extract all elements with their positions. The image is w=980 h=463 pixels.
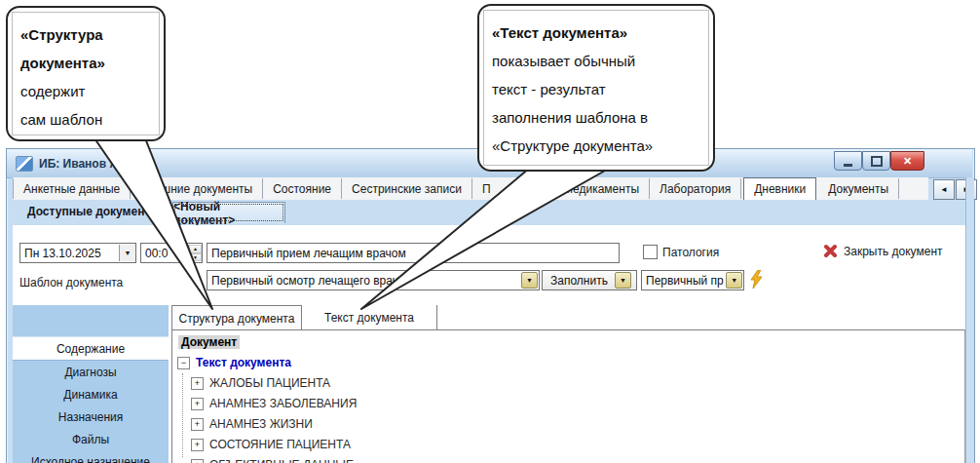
maximize-icon <box>871 156 883 167</box>
tab-anketnye-dannye[interactable]: Анкетные данные <box>13 178 131 199</box>
spin-up-icon[interactable]: ▲ <box>189 245 202 253</box>
expand-icon[interactable]: + <box>191 377 204 390</box>
tab-text-document[interactable]: Текст документа <box>302 305 437 329</box>
mode-combo[interactable]: Первичный пр ▼ <box>641 270 744 290</box>
tree-row[interactable]: + ЖАЛОБЫ ПАЦИЕНТА <box>191 376 964 390</box>
close-icon: ✕ <box>903 155 912 168</box>
minimize-icon <box>844 164 852 167</box>
tab-medikamenty[interactable]: Медикаменты <box>553 178 650 199</box>
template-dropdown-icon[interactable]: ▼ <box>521 272 538 289</box>
tree-row[interactable]: + ОБЪЕКТИВНЫЕ ДАННЫЕ <box>191 458 964 463</box>
sidebar-item-dinamika[interactable]: Динамика <box>13 383 169 405</box>
date-picker[interactable]: Пн 13.10.2025 ▼ <box>19 243 136 263</box>
tree-row[interactable]: + СОСТОЯНИЕ ПАЦИЕНТА <box>191 438 964 451</box>
subtab-available-documents[interactable]: Доступные документы <box>27 205 161 218</box>
fill-dropdown-icon[interactable]: ▼ <box>615 272 631 289</box>
doc-title-input[interactable]: Первичный прием лечащим врачом <box>207 243 620 263</box>
time-spinner[interactable]: 00:0 ▲ ▼ <box>140 243 203 263</box>
expand-icon[interactable]: + <box>191 439 204 451</box>
fill-button[interactable]: Заполнить ▼ <box>542 270 637 290</box>
pathology-checkbox-group: Патология <box>643 245 719 259</box>
tree-header-dokument[interactable]: Документ <box>178 335 240 349</box>
lightning-icon[interactable] <box>748 270 764 289</box>
date-dropdown-icon[interactable]: ▼ <box>119 245 135 261</box>
subtab-new-document[interactable]: <Новый документ> <box>172 202 285 223</box>
document-structure-tree: Документ − Текст документа + ЖАЛОБЫ ПАЦИ… <box>171 329 965 463</box>
close-document-icon <box>823 244 838 258</box>
screenshot-canvas: ИБ: Иванов А В ✕ Анкетные данные Внешние… <box>0 0 980 463</box>
tab-dokumenty[interactable]: Документы <box>818 178 899 199</box>
tab-occluded[interactable]: П ия <box>472 178 553 199</box>
expand-icon[interactable]: + <box>191 459 204 463</box>
sidebar-item-naznacheniya[interactable]: Назначения <box>13 405 169 428</box>
mode-dropdown-icon[interactable]: ▼ <box>726 272 742 289</box>
sidebar-item-diagnozy[interactable]: Диагнозы <box>13 361 169 383</box>
template-label: Шаблон документа <box>19 276 123 289</box>
sidebar-item-fajly[interactable]: Файлы <box>13 428 169 450</box>
tab-dnevniki[interactable]: Дневники <box>743 177 816 201</box>
tab-vneshnie-dokumenty[interactable]: Внешние документы <box>131 178 263 199</box>
window-title: ИБ: Иванов А В <box>39 157 130 171</box>
scroll-left-button[interactable]: ◄ <box>933 179 955 200</box>
callout-text-document: «Текст документа» показывает обычный тек… <box>477 4 715 172</box>
window-right-border <box>965 177 974 463</box>
pathology-label: Патология <box>662 246 719 259</box>
sidebar-item-soderzhanie[interactable]: Содержание <box>13 336 169 361</box>
left-sidebar: Содержание Диагнозы Динамика Назначения … <box>13 305 169 463</box>
tab-sestrinskie-zapisi[interactable]: Сестринские записи <box>342 178 472 199</box>
close-document-button[interactable]: Закрыть документ <box>823 244 943 258</box>
tab-structure-document[interactable]: Структура документа <box>171 305 302 330</box>
tree-root-row[interactable]: − Текст документа <box>177 356 964 369</box>
tree-row[interactable]: + АНАМНЕЗ ЗАБОЛЕВАНИЯ <box>191 397 964 410</box>
pathology-checkbox[interactable] <box>643 245 658 259</box>
main-tabbar: Анкетные данные Внешние документы Состоя… <box>13 177 928 201</box>
scroll-left-icon: ◄ <box>940 185 948 194</box>
tree-connector <box>182 373 183 457</box>
expand-icon[interactable]: + <box>191 418 204 431</box>
spin-down-icon[interactable]: ▼ <box>189 253 202 262</box>
app-icon <box>16 156 33 172</box>
expand-icon[interactable]: + <box>191 398 204 410</box>
time-spin-buttons[interactable]: ▲ ▼ <box>188 245 202 261</box>
collapse-icon[interactable]: − <box>177 357 190 369</box>
tab-sostoyanie[interactable]: Состояние <box>263 178 342 199</box>
template-combo[interactable]: Первичный осмотр лечащего врача ▼ <box>207 270 540 290</box>
tree-row[interactable]: + АНАМНЕЗ ЖИЗНИ <box>191 417 964 431</box>
callout-structure: «Структура документа» содержит сам шабло… <box>6 6 166 141</box>
sidebar-item-ishodnoe-naznachenie[interactable]: Исходное назначение <box>13 450 169 463</box>
minimize-button[interactable] <box>834 151 862 171</box>
close-button[interactable]: ✕ <box>890 151 924 171</box>
maximize-button[interactable] <box>862 151 890 171</box>
tab-laboratoriya[interactable]: Лаборатория <box>650 178 741 199</box>
